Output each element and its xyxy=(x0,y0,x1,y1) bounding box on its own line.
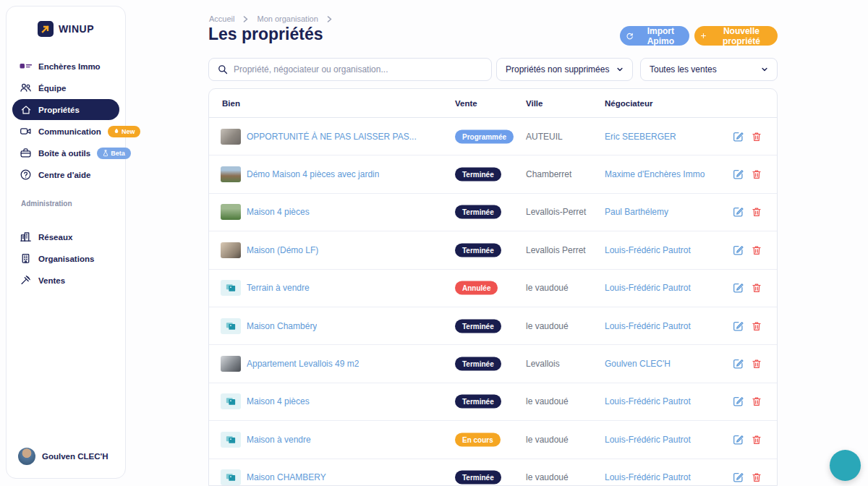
delete-button[interactable] xyxy=(752,434,762,445)
edit-button[interactable] xyxy=(733,131,744,142)
row-actions xyxy=(733,131,762,142)
search-icon xyxy=(218,64,228,74)
city-cell: le vaudoué xyxy=(526,396,569,406)
property-name-link[interactable]: Démo Maison 4 pièces avec jardin xyxy=(247,169,379,179)
city-cell: Chamberret xyxy=(526,169,571,179)
city-cell: le vaudoué xyxy=(526,472,569,482)
edit-icon xyxy=(733,396,744,407)
search-input[interactable] xyxy=(234,64,482,74)
sale-status-badge: Terminée xyxy=(455,395,501,409)
edit-button[interactable] xyxy=(733,396,744,407)
chevron-down-icon xyxy=(761,66,768,73)
edit-button[interactable] xyxy=(733,244,744,255)
sale-status-badge: Terminée xyxy=(455,243,501,257)
app-logo[interactable]: WINUP xyxy=(7,21,125,37)
chat-fab-button[interactable] xyxy=(830,450,861,481)
sidebar-item-encheres-immo[interactable]: Enchères Immo xyxy=(12,56,119,77)
edit-icon xyxy=(733,131,744,142)
trash-icon xyxy=(752,283,762,294)
breadcrumb-accueil[interactable]: Accueil xyxy=(209,14,234,23)
sale-status-badge: Terminée xyxy=(455,168,501,182)
negotiator-link[interactable]: Louis-Frédéric Pautrot xyxy=(605,283,691,293)
negotiator-link[interactable]: Eric SEEBERGER xyxy=(605,132,676,142)
property-name-link[interactable]: OPPORTUNITÉ À NE PAS LAISSER PAS... xyxy=(247,132,417,142)
property-name-link[interactable]: Maison CHAMBERY xyxy=(247,472,326,482)
chevron-down-icon xyxy=(616,66,624,73)
row-actions xyxy=(733,169,762,180)
property-name-link[interactable]: Maison Chambéry xyxy=(247,321,317,331)
delete-button[interactable] xyxy=(752,131,762,142)
property-name-link[interactable]: Maison à vendre xyxy=(247,435,311,445)
delete-button[interactable] xyxy=(752,207,762,218)
negotiator-link[interactable]: Maxime d'Enchères Immo xyxy=(605,169,705,179)
import-apimo-button[interactable]: Import Apimo xyxy=(620,26,689,46)
row-actions xyxy=(733,244,762,255)
delete-button[interactable] xyxy=(752,244,762,255)
sidebar-item-reseaux[interactable]: Réseaux xyxy=(12,226,119,247)
current-user[interactable]: Goulven CLEC'H xyxy=(18,448,109,465)
flame-icon xyxy=(114,128,119,135)
sidebar-item-proprietes[interactable]: Propriétés xyxy=(12,99,119,120)
sidebar-item-organisations[interactable]: Organisations xyxy=(12,248,119,269)
row-actions xyxy=(733,207,762,218)
new-property-button[interactable]: Nouvelle propriété xyxy=(694,26,778,46)
negotiator-link[interactable]: Louis-Frédéric Pautrot xyxy=(605,245,691,255)
table-row: Maison CHAMBERY Terminée le vaudoué Loui… xyxy=(209,459,777,486)
sidebar-item-ventes[interactable]: Ventes xyxy=(12,270,119,291)
briefcase-icon xyxy=(20,147,32,159)
edit-button[interactable] xyxy=(733,359,744,370)
flask-icon xyxy=(103,150,109,157)
edit-button[interactable] xyxy=(733,169,744,180)
sidebar-item-label: Boîte à outils xyxy=(38,149,90,158)
negotiator-link[interactable]: Louis-Frédéric Pautrot xyxy=(605,435,691,445)
avatar xyxy=(18,448,35,465)
negotiator-link[interactable]: Louis-Frédéric Pautrot xyxy=(605,472,691,482)
city-cell: le vaudoué xyxy=(526,321,569,331)
property-name-link[interactable]: Terrain à vendre xyxy=(247,283,310,293)
sidebar-item-centre-aide[interactable]: Centre d'aide xyxy=(12,164,119,185)
image-placeholder-icon xyxy=(226,473,236,482)
edit-button[interactable] xyxy=(733,472,744,483)
deleted-filter-select[interactable]: Propriétés non supprimées xyxy=(496,58,633,81)
chevron-right-icon xyxy=(243,16,248,22)
delete-button[interactable] xyxy=(752,359,762,370)
property-name-link[interactable]: Maison (Démo LF) xyxy=(247,245,318,255)
trash-icon xyxy=(752,244,762,255)
sales-filter-select[interactable]: Toutes les ventes xyxy=(640,58,778,81)
negotiator-link[interactable]: Goulven CLEC'H xyxy=(605,359,671,369)
sidebar-nav: Enchères Immo Équipe Propriétés Communic… xyxy=(7,56,125,185)
sidebar-item-equipe[interactable]: Équipe xyxy=(12,77,119,98)
delete-button[interactable] xyxy=(752,396,762,407)
delete-button[interactable] xyxy=(752,472,762,483)
negotiator-link[interactable]: Louis-Frédéric Pautrot xyxy=(605,321,691,331)
negotiator-link[interactable]: Louis-Frédéric Pautrot xyxy=(605,396,691,406)
edit-button[interactable] xyxy=(733,207,744,218)
property-thumbnail xyxy=(221,280,241,296)
sidebar-item-communication[interactable]: Communication New xyxy=(12,121,119,142)
property-name-link[interactable]: Maison 4 pièces xyxy=(247,207,310,217)
trash-icon xyxy=(752,434,762,445)
edit-button[interactable] xyxy=(733,283,744,294)
deleted-filter-value: Propriétés non supprimées xyxy=(506,64,609,74)
sidebar-item-boite-a-outils[interactable]: Boîte à outils Beta xyxy=(12,142,119,163)
breadcrumb-mon-organisation[interactable]: Mon organisation xyxy=(257,14,318,23)
edit-icon xyxy=(733,320,744,331)
property-thumbnail xyxy=(221,432,241,448)
edit-button[interactable] xyxy=(733,320,744,331)
property-name-link[interactable]: Appartement Levallois 49 m2 xyxy=(247,359,359,369)
property-thumbnail xyxy=(221,204,241,220)
sidebar-item-label: Équipe xyxy=(38,84,66,93)
property-name-link[interactable]: Maison 4 pièces xyxy=(247,396,310,406)
delete-button[interactable] xyxy=(752,283,762,294)
home-icon xyxy=(20,103,32,116)
edit-button[interactable] xyxy=(733,434,744,445)
delete-button[interactable] xyxy=(752,320,762,331)
trash-icon xyxy=(752,131,762,142)
table-header: Bien Vente Ville Négociateur xyxy=(209,89,777,118)
delete-button[interactable] xyxy=(752,169,762,180)
negotiator-link[interactable]: Paul Barthélemy xyxy=(605,207,668,217)
table-body: OPPORTUNITÉ À NE PAS LAISSER PAS... Prog… xyxy=(209,118,777,486)
sales-filter-value: Toutes les ventes xyxy=(650,64,717,74)
question-icon xyxy=(20,169,32,181)
chevron-right-icon xyxy=(327,16,332,22)
